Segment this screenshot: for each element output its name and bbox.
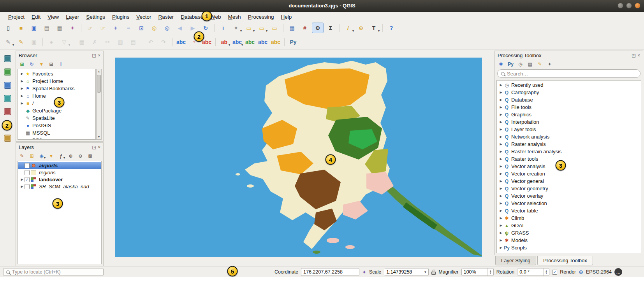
render-checkbox[interactable] xyxy=(552,270,557,275)
toolbox-group-vector-geometry[interactable]: ▶ Q Vector geometry xyxy=(497,185,641,192)
expand-arrow-icon[interactable]: ▶ xyxy=(19,79,25,83)
expand-arrow-icon[interactable]: ▶ xyxy=(498,113,503,116)
layer-item-landcover[interactable]: ▶ landcover xyxy=(18,176,101,183)
toolbox-search-input[interactable] xyxy=(507,71,637,77)
scale-input[interactable] xyxy=(384,268,422,275)
copy-features[interactable]: ▥ xyxy=(114,37,126,47)
zoom-to-selection[interactable]: ◎ xyxy=(148,23,160,33)
python-console[interactable]: Py xyxy=(287,37,299,47)
expand-arrow-icon[interactable]: ▶ xyxy=(498,142,503,146)
expand-arrow-icon[interactable]: ▶ xyxy=(498,105,503,109)
rotation-input[interactable] xyxy=(517,268,543,275)
layer-item-sr-som-alaska-nad[interactable]: ▶ SR_SOM_alaska_nad xyxy=(18,183,101,190)
float-panel-icon[interactable]: ◳ xyxy=(92,53,96,58)
pan-map[interactable]: ☞ xyxy=(84,23,96,33)
history[interactable]: ◷ xyxy=(516,60,524,68)
menu-project[interactable]: Project xyxy=(5,13,28,21)
redo[interactable]: ↷ xyxy=(158,37,169,47)
browser-item-postgis[interactable]: ● PostGIS xyxy=(18,122,95,129)
browser-scrollbar[interactable]: ▲ ▼ xyxy=(96,69,102,140)
results-viewer[interactable]: ▤ xyxy=(526,60,534,68)
toolbox-search[interactable] xyxy=(497,69,640,78)
add-feature[interactable]: ● xyxy=(46,37,57,47)
open-layer-styling-panel[interactable]: ✎ xyxy=(18,152,26,160)
expand-arrow-icon[interactable]: ▶ xyxy=(19,178,25,181)
close-panel-icon[interactable]: × xyxy=(638,53,640,58)
open-project[interactable]: ■ xyxy=(15,23,27,33)
expand-arrow-icon[interactable]: ▶ xyxy=(498,194,503,198)
zoom-full[interactable]: ⊡ xyxy=(135,23,147,33)
toolbox-group-interpolation[interactable]: ▶ Q Interpolation xyxy=(497,118,641,126)
edit-features-in-place[interactable]: ✎ xyxy=(536,60,544,68)
identify-features[interactable]: i xyxy=(217,23,229,33)
expand-arrow-icon[interactable]: ▶ xyxy=(498,157,503,161)
select-features-by-value[interactable]: ▭ xyxy=(256,23,267,33)
browser-item-spatialite[interactable]: ✎ SpatiaLite xyxy=(18,114,95,122)
float-panel-icon[interactable]: ◳ xyxy=(632,53,635,58)
toolbox-group-raster-terrain-analysis[interactable]: ▶ Q Raster terrain analysis xyxy=(497,148,641,155)
show-hide-labels[interactable]: abc xyxy=(231,37,243,47)
magnifier-input[interactable] xyxy=(462,268,487,275)
expand-arrow-icon[interactable]: ▶ xyxy=(19,72,25,75)
run-feature-action[interactable]: ✦ xyxy=(230,23,242,33)
spin-buttons[interactable]: ▲ ▼ xyxy=(487,268,493,275)
scroll-down-icon[interactable]: ▼ xyxy=(98,135,100,139)
toolbox-provider-scripts[interactable]: ▶ Py Scripts xyxy=(497,244,641,251)
tab-processing-toolbox[interactable]: Processing Toolbox xyxy=(537,256,593,265)
expand-arrow-icon[interactable]: ▶ xyxy=(19,185,25,188)
menu-help[interactable]: Help xyxy=(277,13,295,21)
pin-unpin-labels[interactable]: ab xyxy=(218,37,230,47)
menu-layer[interactable]: Layer xyxy=(62,13,83,21)
select-features[interactable]: ▭ xyxy=(243,23,255,33)
close-panel-icon[interactable]: × xyxy=(98,53,100,58)
undo[interactable]: ↶ xyxy=(145,37,157,47)
expand-arrow-icon[interactable]: ▶ xyxy=(498,172,503,175)
crs-status[interactable]: EPSG:2964 xyxy=(586,269,612,275)
current-edits[interactable]: ✎ xyxy=(2,37,14,47)
toolbox-provider-grass[interactable]: ▶ ψ GRASS xyxy=(497,229,641,237)
new-shapefile-layer[interactable] xyxy=(2,133,12,143)
browser-item-spatial-bookmarks[interactable]: ▶ ⚑ Spatial Bookmarks xyxy=(18,85,95,92)
style-manager[interactable]: ✦ xyxy=(67,23,78,33)
toolbox-group-raster-tools[interactable]: ▶ Q Raster tools xyxy=(497,155,641,163)
models-menu[interactable]: ✱ xyxy=(497,60,505,68)
toolbox-group-network-analysis[interactable]: ▶ Q Network analysis xyxy=(497,133,641,140)
options[interactable]: ✦ xyxy=(545,60,554,68)
processing-toolbox-toggle[interactable]: ⚙ xyxy=(312,23,324,33)
vertex-tool[interactable]: ▽ xyxy=(58,37,70,47)
chevron-down-icon[interactable]: ▾ xyxy=(422,268,428,275)
move-label[interactable]: abc xyxy=(244,37,256,47)
menu-vector[interactable]: Vector xyxy=(133,13,155,21)
manage-map-themes[interactable]: ◉ xyxy=(37,152,46,160)
expand-arrow-icon[interactable]: ▶ xyxy=(498,135,503,139)
add-mesh-layer[interactable] xyxy=(2,94,12,103)
browser-item-mssql[interactable]: ▦ MSSQL xyxy=(18,129,95,137)
filter-legend[interactable]: ▼ xyxy=(47,152,55,160)
layer-item-regions[interactable]: regions xyxy=(18,169,101,176)
layer-labeling-options[interactable]: abc xyxy=(175,37,187,47)
browser-item-project-home[interactable]: ▶ ⌂ Project Home xyxy=(18,77,95,85)
expand-all[interactable]: ⊕ xyxy=(67,152,75,160)
refresh-map[interactable]: ↻ xyxy=(200,23,211,33)
toolbox-group-vector-general[interactable]: ▶ Q Vector general xyxy=(497,177,641,185)
menu-processing[interactable]: Processing xyxy=(245,13,278,21)
zoom-out[interactable]: − xyxy=(123,23,134,33)
expand-arrow-icon[interactable]: ▶ xyxy=(19,102,25,105)
new-project[interactable]: ▯ xyxy=(2,23,14,33)
save-project[interactable]: ▣ xyxy=(28,23,40,33)
maximize-button[interactable] xyxy=(626,3,632,9)
layer-visibility-checkbox[interactable] xyxy=(25,184,30,189)
zoom-to-layer[interactable]: ◎ xyxy=(161,23,173,33)
tab-layer-styling[interactable]: Layer Styling xyxy=(495,256,536,265)
expand-arrow-icon[interactable]: ▶ xyxy=(498,216,503,220)
filter-by-expression[interactable]: ƒ xyxy=(57,152,65,160)
field-calculator[interactable]: # xyxy=(299,23,311,33)
scroll-up-icon[interactable]: ▲ xyxy=(98,69,100,74)
modify-attributes[interactable]: ▦ xyxy=(76,37,88,47)
add-selected-layers[interactable]: ⊞ xyxy=(18,60,26,68)
pan-map-to-selection[interactable]: ☞ xyxy=(97,23,109,33)
toolbox-group-vector-creation[interactable]: ▶ Q Vector creation xyxy=(497,170,641,177)
delete-selected[interactable]: ✗ xyxy=(89,37,100,47)
locate-input[interactable] xyxy=(12,269,100,275)
add-vector-layer[interactable] xyxy=(2,67,12,77)
